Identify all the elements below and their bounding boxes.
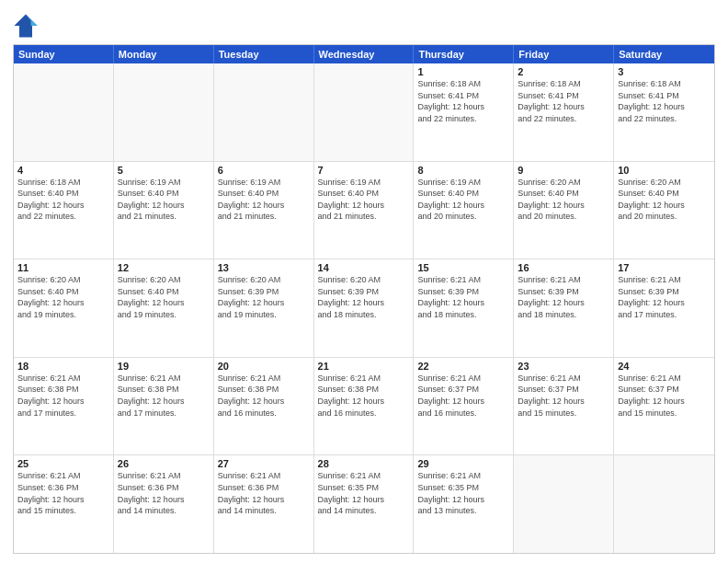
header-day-sunday: Sunday	[14, 45, 114, 63]
calendar-row: 1Sunrise: 6:18 AMSunset: 6:41 PMDaylight…	[14, 63, 714, 162]
calendar-cell: 3Sunrise: 6:18 AMSunset: 6:41 PMDaylight…	[614, 63, 714, 161]
cell-info: Sunrise: 6:21 AMSunset: 6:39 PMDaylight:…	[618, 274, 711, 320]
day-number: 10	[618, 165, 711, 176]
header	[13, 9, 715, 39]
calendar-cell	[614, 455, 714, 553]
header-day-saturday: Saturday	[614, 45, 714, 63]
calendar-cell: 2Sunrise: 6:18 AMSunset: 6:41 PMDaylight…	[514, 63, 614, 161]
calendar-cell: 7Sunrise: 6:19 AMSunset: 6:40 PMDaylight…	[314, 162, 415, 259]
day-number: 18	[17, 361, 109, 372]
cell-info: Sunrise: 6:18 AMSunset: 6:41 PMDaylight:…	[518, 78, 609, 124]
calendar-row: 25Sunrise: 6:21 AMSunset: 6:36 PMDayligh…	[14, 455, 714, 553]
cell-info: Sunrise: 6:20 AMSunset: 6:39 PMDaylight:…	[218, 274, 310, 320]
day-number: 6	[218, 165, 310, 176]
calendar-cell: 29Sunrise: 6:21 AMSunset: 6:35 PMDayligh…	[414, 455, 514, 553]
day-number: 16	[518, 262, 609, 273]
calendar-cell: 15Sunrise: 6:21 AMSunset: 6:39 PMDayligh…	[414, 259, 514, 357]
calendar-cell: 6Sunrise: 6:19 AMSunset: 6:40 PMDaylight…	[214, 162, 314, 259]
cell-info: Sunrise: 6:21 AMSunset: 6:38 PMDaylight:…	[318, 373, 410, 419]
calendar-cell: 19Sunrise: 6:21 AMSunset: 6:38 PMDayligh…	[114, 358, 214, 455]
day-number: 7	[318, 165, 410, 176]
day-number: 4	[17, 165, 109, 176]
calendar-cell	[214, 63, 314, 161]
calendar-cell: 23Sunrise: 6:21 AMSunset: 6:37 PMDayligh…	[514, 358, 614, 455]
day-number: 22	[417, 361, 509, 372]
calendar-cell: 20Sunrise: 6:21 AMSunset: 6:38 PMDayligh…	[214, 358, 314, 455]
day-number: 13	[218, 262, 310, 273]
logo	[13, 13, 42, 39]
cell-info: Sunrise: 6:21 AMSunset: 6:38 PMDaylight:…	[218, 373, 310, 419]
calendar-cell: 1Sunrise: 6:18 AMSunset: 6:41 PMDaylight…	[414, 63, 514, 161]
calendar-cell	[314, 63, 415, 161]
cell-info: Sunrise: 6:19 AMSunset: 6:40 PMDaylight:…	[417, 177, 509, 223]
calendar-row: 18Sunrise: 6:21 AMSunset: 6:38 PMDayligh…	[14, 358, 714, 456]
calendar-cell	[514, 455, 614, 553]
calendar-cell	[14, 63, 114, 161]
day-number: 12	[118, 262, 210, 273]
cell-info: Sunrise: 6:21 AMSunset: 6:36 PMDaylight:…	[118, 470, 210, 516]
day-number: 11	[17, 262, 109, 273]
day-number: 28	[318, 458, 410, 469]
day-number: 21	[318, 361, 410, 372]
header-day-friday: Friday	[514, 45, 614, 63]
calendar-cell: 4Sunrise: 6:18 AMSunset: 6:40 PMDaylight…	[14, 162, 114, 259]
cell-info: Sunrise: 6:18 AMSunset: 6:41 PMDaylight:…	[417, 78, 509, 124]
calendar-row: 11Sunrise: 6:20 AMSunset: 6:40 PMDayligh…	[14, 259, 714, 358]
calendar-cell: 5Sunrise: 6:19 AMSunset: 6:40 PMDaylight…	[114, 162, 214, 259]
calendar-cell: 22Sunrise: 6:21 AMSunset: 6:37 PMDayligh…	[414, 358, 514, 455]
day-number: 25	[17, 458, 109, 469]
cell-info: Sunrise: 6:21 AMSunset: 6:37 PMDaylight:…	[417, 373, 509, 419]
calendar-cell: 27Sunrise: 6:21 AMSunset: 6:36 PMDayligh…	[214, 455, 314, 553]
calendar-cell: 13Sunrise: 6:20 AMSunset: 6:39 PMDayligh…	[214, 259, 314, 357]
calendar-cell: 8Sunrise: 6:19 AMSunset: 6:40 PMDaylight…	[414, 162, 514, 259]
logo-icon	[13, 13, 39, 39]
day-number: 26	[118, 458, 210, 469]
cell-info: Sunrise: 6:21 AMSunset: 6:38 PMDaylight:…	[118, 373, 210, 419]
cell-info: Sunrise: 6:21 AMSunset: 6:37 PMDaylight:…	[518, 373, 609, 419]
cell-info: Sunrise: 6:19 AMSunset: 6:40 PMDaylight:…	[218, 177, 310, 223]
cell-info: Sunrise: 6:18 AMSunset: 6:40 PMDaylight:…	[17, 177, 109, 223]
cell-info: Sunrise: 6:19 AMSunset: 6:40 PMDaylight:…	[118, 177, 210, 223]
day-number: 17	[618, 262, 711, 273]
calendar-cell: 26Sunrise: 6:21 AMSunset: 6:36 PMDayligh…	[114, 455, 214, 553]
calendar-cell: 25Sunrise: 6:21 AMSunset: 6:36 PMDayligh…	[14, 455, 114, 553]
calendar-cell: 18Sunrise: 6:21 AMSunset: 6:38 PMDayligh…	[14, 358, 114, 455]
calendar-cell: 21Sunrise: 6:21 AMSunset: 6:38 PMDayligh…	[314, 358, 415, 455]
cell-info: Sunrise: 6:21 AMSunset: 6:36 PMDaylight:…	[218, 470, 310, 516]
calendar-body: 1Sunrise: 6:18 AMSunset: 6:41 PMDaylight…	[14, 63, 714, 553]
cell-info: Sunrise: 6:20 AMSunset: 6:40 PMDaylight:…	[618, 177, 711, 223]
day-number: 20	[218, 361, 310, 372]
day-number: 19	[118, 361, 210, 372]
cell-info: Sunrise: 6:21 AMSunset: 6:38 PMDaylight:…	[17, 373, 109, 419]
calendar-row: 4Sunrise: 6:18 AMSunset: 6:40 PMDaylight…	[14, 162, 714, 260]
calendar-cell: 24Sunrise: 6:21 AMSunset: 6:37 PMDayligh…	[614, 358, 714, 455]
day-number: 29	[417, 458, 509, 469]
cell-info: Sunrise: 6:21 AMSunset: 6:35 PMDaylight:…	[417, 470, 509, 516]
calendar-cell: 17Sunrise: 6:21 AMSunset: 6:39 PMDayligh…	[614, 259, 714, 357]
header-day-wednesday: Wednesday	[314, 45, 415, 63]
calendar: SundayMondayTuesdayWednesdayThursdayFrid…	[13, 44, 715, 554]
day-number: 8	[417, 165, 509, 176]
cell-info: Sunrise: 6:21 AMSunset: 6:36 PMDaylight:…	[17, 470, 109, 516]
cell-info: Sunrise: 6:20 AMSunset: 6:40 PMDaylight:…	[17, 274, 109, 320]
calendar-cell	[114, 63, 214, 161]
cell-info: Sunrise: 6:21 AMSunset: 6:39 PMDaylight:…	[417, 274, 509, 320]
calendar-cell: 12Sunrise: 6:20 AMSunset: 6:40 PMDayligh…	[114, 259, 214, 357]
cell-info: Sunrise: 6:20 AMSunset: 6:39 PMDaylight:…	[318, 274, 410, 320]
day-number: 14	[318, 262, 410, 273]
day-number: 27	[218, 458, 310, 469]
day-number: 5	[118, 165, 210, 176]
day-number: 24	[618, 361, 711, 372]
day-number: 1	[417, 66, 509, 77]
calendar-cell: 16Sunrise: 6:21 AMSunset: 6:39 PMDayligh…	[514, 259, 614, 357]
day-number: 15	[417, 262, 509, 273]
cell-info: Sunrise: 6:21 AMSunset: 6:37 PMDaylight:…	[618, 373, 711, 419]
calendar-cell: 28Sunrise: 6:21 AMSunset: 6:35 PMDayligh…	[314, 455, 415, 553]
cell-info: Sunrise: 6:21 AMSunset: 6:39 PMDaylight:…	[518, 274, 609, 320]
cell-info: Sunrise: 6:20 AMSunset: 6:40 PMDaylight:…	[118, 274, 210, 320]
cell-info: Sunrise: 6:18 AMSunset: 6:41 PMDaylight:…	[618, 78, 711, 124]
day-number: 3	[618, 66, 711, 77]
cell-info: Sunrise: 6:21 AMSunset: 6:35 PMDaylight:…	[318, 470, 410, 516]
cell-info: Sunrise: 6:20 AMSunset: 6:40 PMDaylight:…	[518, 177, 609, 223]
calendar-cell: 11Sunrise: 6:20 AMSunset: 6:40 PMDayligh…	[14, 259, 114, 357]
